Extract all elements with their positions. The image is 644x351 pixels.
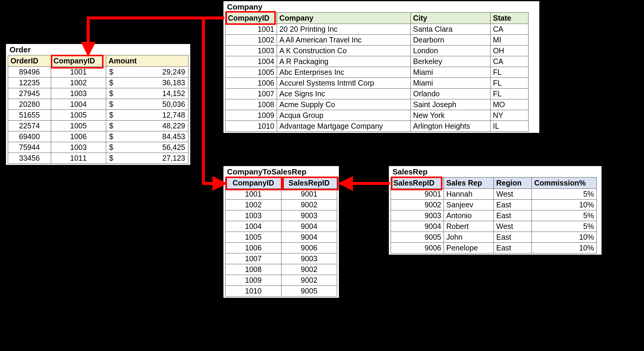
cell-companyid: 1009 (226, 275, 281, 286)
cell-companyid: 1007 (226, 253, 281, 264)
cell-companyid: 1002 (226, 35, 277, 45)
table-row: 10079003 (226, 253, 337, 264)
cell-amount: $48,229 (106, 121, 188, 131)
table-row: 10089002 (226, 264, 337, 275)
cts-table: CompanyID SalesRepID 1001900110029002100… (225, 177, 337, 297)
cell-company: Ace Signs Inc (277, 89, 411, 99)
table-row: 1002A All American Travel IncDearbornMI (226, 35, 529, 45)
cell-company: Accurel Systems Intrntl Corp (277, 78, 411, 89)
table-row: 10029002 (226, 200, 337, 210)
cell-state: FL (491, 89, 529, 99)
cell-commission: 5% (532, 221, 597, 232)
salesrep-col-commission: Commission% (532, 177, 597, 189)
order-title: Order (8, 45, 188, 55)
company-table: CompanyID Company City State 100120 20 P… (225, 12, 529, 132)
cell-state: NY (491, 110, 529, 121)
order-col-orderid: OrderID (8, 55, 51, 67)
cell-orderid: 51655 (8, 110, 51, 121)
cell-salesrep: Robert (444, 221, 494, 232)
table-row: 9004RobertWest5% (391, 221, 597, 232)
cell-amount: $56,425 (106, 142, 188, 153)
cell-company: 20 20 Printing Inc (277, 24, 411, 35)
cell-state: OH (491, 45, 529, 56)
cell-region: East (494, 243, 532, 253)
cell-company: Acme Supply Co (277, 99, 411, 110)
cell-city: Arlington Heights (411, 121, 491, 132)
table-row: 9002SanjeevEast10% (391, 200, 597, 210)
cell-city: Santa Clara (411, 24, 491, 35)
table-row: 10099002 (226, 275, 337, 286)
cell-companyid: 1011 (51, 153, 106, 164)
cell-companyid: 1006 (51, 131, 106, 142)
cell-city: Orlando (411, 89, 491, 99)
salesrep-col-name: Sales Rep (444, 177, 494, 189)
cell-salesrep: John (444, 232, 494, 243)
cell-region: East (494, 200, 532, 210)
cell-salesrepid: 9004 (281, 221, 337, 232)
cell-state: CA (491, 56, 529, 67)
cell-salesrepid: 9003 (391, 210, 444, 221)
cell-amount: $12,748 (106, 110, 188, 121)
cell-companyid: 1008 (226, 99, 277, 110)
cell-orderid: 33456 (8, 153, 51, 164)
cell-companyid: 1006 (226, 243, 281, 253)
cell-salesrepid: 9004 (281, 232, 337, 243)
cell-salesrepid: 9002 (391, 200, 444, 210)
cell-companyid: 1005 (226, 67, 277, 78)
cell-city: Miami (411, 67, 491, 78)
cell-companyid: 1010 (226, 121, 277, 132)
table-row: 10069006 (226, 243, 337, 253)
cell-amount: $36,183 (106, 78, 188, 88)
cell-companyid: 1003 (226, 45, 277, 56)
cell-amount: $14,152 (106, 88, 188, 99)
cell-state: FL (491, 67, 529, 78)
cell-salesrepid: 9005 (281, 286, 337, 297)
table-row: 1005Abc Enterprises IncMiamiFL (226, 67, 529, 78)
cell-salesrep: Hannah (444, 189, 494, 200)
cts-title: CompanyToSalesRep (225, 167, 337, 177)
cell-company: Advantage Martgage Company (277, 121, 411, 132)
cell-orderid: 22574 (8, 121, 51, 131)
cell-companyid: 1003 (51, 142, 106, 153)
table-row: 1010Advantage Martgage CompanyArlington … (226, 121, 529, 132)
table-row: 694001006$84,453 (8, 131, 188, 142)
highlight-cts-companyid (226, 177, 282, 190)
cell-salesrepid: 9002 (281, 275, 337, 286)
table-row: 202801004$50,036 (8, 99, 188, 110)
cell-salesrepid: 9003 (281, 253, 337, 264)
cell-commission: 10% (532, 243, 597, 253)
cell-companyid: 1002 (226, 200, 281, 210)
cell-orderid: 89496 (8, 67, 51, 78)
cell-companyid: 1004 (226, 221, 281, 232)
cell-amount: $84,453 (106, 131, 188, 142)
cell-orderid: 20280 (8, 99, 51, 110)
cell-companyid: 1002 (51, 78, 106, 88)
cell-city: Dearborn (411, 35, 491, 45)
cell-region: East (494, 232, 532, 243)
company-col-state: State (491, 13, 529, 24)
company-col-company: Company (277, 13, 411, 24)
table-row: 1007Ace Signs IncOrlandoFL (226, 89, 529, 99)
cell-city: New York (411, 110, 491, 121)
company-col-city: City (411, 13, 491, 24)
cell-orderid: 12235 (8, 78, 51, 88)
cell-companyid: 1005 (226, 232, 281, 243)
cell-companyid: 1009 (226, 110, 277, 121)
table-row: 10049004 (226, 221, 337, 232)
highlight-company-companyid (226, 11, 276, 25)
cell-salesrepid: 9005 (391, 232, 444, 243)
cell-companyid: 1004 (51, 99, 106, 110)
table-row: 759441003$56,425 (8, 142, 188, 153)
cell-state: MI (491, 35, 529, 45)
table-row: 9003AntonioEast5% (391, 210, 597, 221)
cell-companyid: 1003 (226, 210, 281, 221)
cell-region: West (494, 221, 532, 232)
cell-salesrepid: 9002 (281, 264, 337, 275)
cell-salesrep: Antonio (444, 210, 494, 221)
table-row: 1009Acqua GroupNew YorkNY (226, 110, 529, 121)
salesrep-col-region: Region (494, 177, 532, 189)
cell-commission: 5% (532, 210, 597, 221)
highlight-salesrep-salesrepid (391, 177, 442, 190)
cell-amount: $27,123 (106, 153, 188, 164)
cell-orderid: 27945 (8, 88, 51, 99)
